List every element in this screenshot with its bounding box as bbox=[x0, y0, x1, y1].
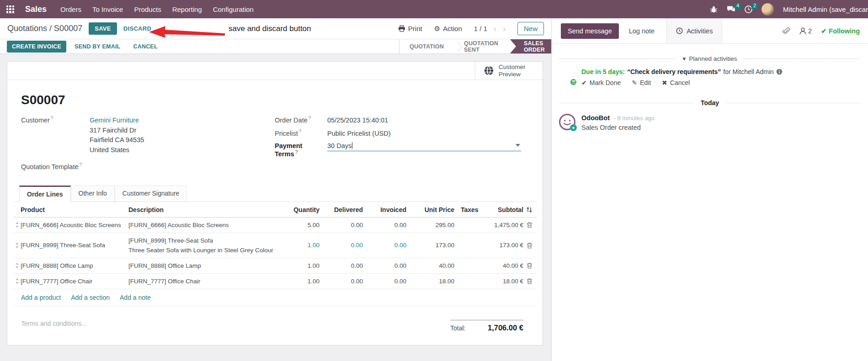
discard-button[interactable]: DISCARD bbox=[123, 25, 151, 32]
dropdown-caret-icon[interactable] bbox=[516, 144, 520, 147]
delete-row-icon[interactable] bbox=[523, 278, 535, 284]
tab-other-info[interactable]: Other Info bbox=[71, 186, 115, 202]
breadcrumb-parent[interactable]: Quotations bbox=[7, 24, 47, 33]
user-avatar[interactable] bbox=[761, 3, 774, 16]
cell-quantity[interactable]: 5.00 bbox=[279, 222, 320, 228]
menu-reporting[interactable]: Reporting bbox=[172, 5, 202, 13]
cell-quantity[interactable]: 1.00 bbox=[279, 262, 320, 269]
message-author: OdooBot bbox=[581, 114, 610, 122]
x-icon: ✖ bbox=[662, 79, 667, 86]
message-header: OdooBot - 9 minutes ago bbox=[581, 114, 655, 122]
customer-link[interactable]: Gemini Furniture bbox=[90, 116, 144, 126]
send-by-email-button[interactable]: SEND BY EMAIL bbox=[70, 41, 125, 53]
cell-quantity[interactable]: 1.00 bbox=[279, 278, 320, 285]
print-button[interactable]: Print bbox=[398, 25, 422, 32]
drag-handle-icon[interactable] bbox=[13, 263, 21, 268]
drag-handle-icon[interactable] bbox=[13, 222, 21, 228]
user-name[interactable]: Mitchell Admin (save_discar bbox=[783, 5, 868, 13]
delete-row-icon[interactable] bbox=[523, 222, 535, 228]
following-button[interactable]: ✔ Following bbox=[821, 27, 860, 35]
attachments-button[interactable] bbox=[783, 27, 790, 35]
cell-delivered[interactable]: 0.00 bbox=[320, 222, 363, 228]
drag-handle-icon[interactable] bbox=[13, 243, 21, 248]
drag-handle-icon[interactable] bbox=[13, 278, 21, 284]
globe-icon bbox=[484, 65, 494, 76]
cell-unit-price[interactable]: 18.00 bbox=[406, 278, 454, 285]
customer-preview-button[interactable]: Customer Preview bbox=[475, 62, 543, 80]
action-button[interactable]: ⚙ Action bbox=[434, 25, 462, 33]
cancel-activity-button[interactable]: ✖Cancel bbox=[662, 79, 690, 86]
cell-product[interactable]: [FURN_8888] Office Lamp bbox=[21, 262, 128, 269]
cell-invoiced[interactable]: 0.00 bbox=[363, 262, 406, 269]
cell-invoiced[interactable]: 0.00 bbox=[363, 278, 406, 285]
pager-next-icon[interactable]: › bbox=[503, 25, 506, 33]
cell-product[interactable]: [FURN_6666] Acoustic Bloc Screens bbox=[21, 222, 128, 228]
tab-order-lines[interactable]: Order Lines bbox=[19, 186, 71, 202]
pager-prev-icon[interactable]: ‹ bbox=[494, 25, 496, 33]
schedule-activity-button[interactable]: Activities bbox=[666, 18, 722, 43]
payment-terms-input[interactable]: 30 Days bbox=[327, 142, 521, 151]
date-divider: Today bbox=[559, 99, 861, 106]
table-row: [FURN_6666] Acoustic Bloc Screens [FURN_… bbox=[13, 218, 537, 233]
col-subtotal[interactable]: Subtotal bbox=[489, 206, 523, 213]
cell-description[interactable]: [FURN_7777] Office Chair bbox=[128, 278, 279, 285]
terms-and-conditions-input[interactable]: Terms and conditions... bbox=[21, 320, 87, 332]
cell-unit-price[interactable]: 173.00 bbox=[406, 242, 454, 249]
tab-customer-signature[interactable]: Customer Signature bbox=[115, 186, 187, 202]
add-product-link[interactable]: Add a product bbox=[21, 294, 61, 301]
col-delivered[interactable]: Delivered bbox=[320, 206, 363, 213]
delete-row-icon[interactable] bbox=[523, 262, 535, 269]
col-taxes[interactable]: Taxes bbox=[454, 206, 489, 213]
cell-unit-price[interactable]: 40.00 bbox=[406, 262, 454, 269]
menu-orders[interactable]: Orders bbox=[60, 5, 81, 13]
delete-row-icon[interactable] bbox=[523, 242, 535, 249]
apps-grid-icon[interactable] bbox=[6, 5, 14, 13]
paperclip-icon bbox=[783, 27, 790, 35]
col-description[interactable]: Description bbox=[128, 206, 279, 213]
col-invoiced[interactable]: Invoiced bbox=[363, 206, 406, 213]
add-note-link[interactable]: Add a note bbox=[120, 294, 151, 301]
cell-delivered[interactable]: 0.00 bbox=[320, 262, 363, 269]
cell-description[interactable]: [FURN_8888] Office Lamp bbox=[128, 262, 279, 269]
followers-button[interactable]: 2 bbox=[799, 27, 812, 35]
form-sheet: Customer Preview S00007 Customer? Gemini… bbox=[7, 61, 543, 345]
mark-done-button[interactable]: ✔Mark Done bbox=[581, 79, 621, 86]
order-date-value[interactable]: 05/25/2023 15:40:01 bbox=[327, 117, 388, 124]
cancel-order-button[interactable]: CANCEL bbox=[128, 41, 162, 53]
activities-clock-icon[interactable]: 2 bbox=[745, 5, 752, 13]
info-icon[interactable] bbox=[776, 69, 783, 75]
col-product[interactable]: Product bbox=[21, 206, 128, 213]
log-note-button[interactable]: Log note bbox=[623, 23, 661, 39]
new-button[interactable]: New bbox=[517, 22, 544, 35]
planned-activities-toggle[interactable]: ▾ Planned activities bbox=[683, 55, 737, 62]
cell-delivered[interactable]: 0.00 bbox=[320, 278, 363, 285]
cell-description[interactable]: [FURN_8999] Three-Seat SofaThree Seater … bbox=[128, 237, 279, 254]
cell-product[interactable]: [FURN_8999] Three-Seat Sofa bbox=[21, 242, 128, 249]
cell-description[interactable]: [FURN_6666] Acoustic Bloc Screens bbox=[128, 222, 279, 228]
cell-unit-price[interactable]: 295.00 bbox=[406, 222, 454, 228]
menu-products[interactable]: Products bbox=[134, 5, 161, 13]
status-step-sales-order[interactable]: SALES ORDER bbox=[510, 39, 555, 53]
cell-invoiced[interactable]: 0.00 bbox=[363, 242, 406, 249]
menu-configuration[interactable]: Configuration bbox=[213, 5, 254, 13]
cell-product[interactable]: [FURN_7777] Office Chair bbox=[21, 278, 128, 285]
breadcrumb[interactable]: Quotations / S00007 bbox=[7, 24, 82, 33]
pricelist-value[interactable]: Public Pricelist (USD) bbox=[327, 130, 391, 137]
app-name[interactable]: Sales bbox=[25, 5, 47, 14]
status-step-quotation[interactable]: QUOTATION bbox=[399, 39, 454, 53]
cell-invoiced[interactable]: 0.00 bbox=[363, 222, 406, 228]
edit-activity-button[interactable]: ✎Edit bbox=[632, 79, 651, 86]
save-button[interactable]: SAVE bbox=[89, 22, 117, 35]
cell-delivered[interactable]: 0.00 bbox=[320, 242, 363, 249]
debug-bug-icon[interactable] bbox=[710, 5, 718, 13]
create-invoice-button[interactable]: CREATE INVOICE bbox=[7, 41, 66, 53]
messages-icon[interactable]: 4 bbox=[727, 5, 735, 13]
col-quantity[interactable]: Quantity bbox=[279, 206, 320, 213]
optional-columns-icon[interactable] bbox=[523, 207, 535, 213]
send-message-button[interactable]: Send message bbox=[561, 23, 619, 39]
menu-to-invoice[interactable]: To Invoice bbox=[92, 5, 123, 13]
col-unit-price[interactable]: Unit Price bbox=[406, 206, 454, 213]
quotation-template-field[interactable]: Quotation Template? bbox=[21, 162, 275, 170]
add-section-link[interactable]: Add a section bbox=[71, 294, 110, 301]
cell-quantity[interactable]: 1.00 bbox=[279, 242, 320, 249]
